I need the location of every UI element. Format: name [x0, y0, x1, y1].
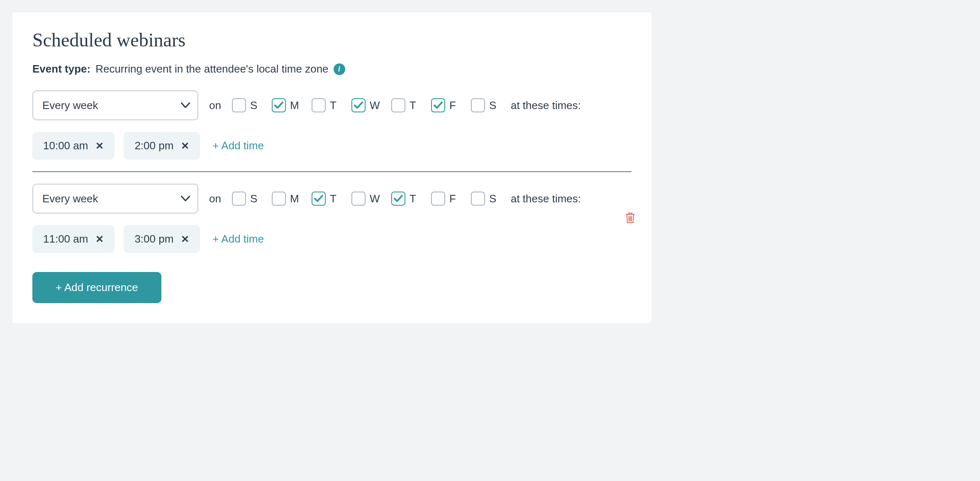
day-label: S	[489, 192, 500, 205]
day-label: F	[449, 99, 460, 112]
times-row: 11:00 am ✕ 3:00 pm ✕ + Add time	[32, 225, 607, 253]
day-checkbox-sat[interactable]	[471, 98, 485, 112]
day-thu: T	[391, 98, 420, 112]
day-fri: F	[431, 98, 460, 112]
add-time-button[interactable]: + Add time	[209, 139, 267, 152]
day-checkbox-thu[interactable]	[391, 98, 405, 112]
recurrence-row: Every week on S M T W	[32, 184, 607, 214]
day-checkbox-wed[interactable]	[351, 192, 366, 206]
day-label: T	[410, 192, 420, 205]
day-mon: M	[272, 192, 301, 206]
day-wed: W	[351, 98, 380, 112]
time-value: 2:00 pm	[134, 139, 173, 152]
event-type-value: Recurring event in the attendee's local …	[95, 63, 328, 75]
recurrence-block: Every week on S M T W	[32, 90, 631, 160]
time-pill[interactable]: 2:00 pm ✕	[124, 132, 200, 160]
day-label: T	[330, 192, 341, 205]
at-times-label: at these times:	[511, 99, 581, 112]
remove-time-icon[interactable]: ✕	[181, 234, 189, 244]
at-times-label: at these times:	[511, 192, 581, 205]
day-checkbox-mon[interactable]	[272, 192, 286, 206]
day-checkbox-mon[interactable]	[272, 98, 286, 112]
day-thu: T	[391, 192, 420, 206]
day-checkbox-sun[interactable]	[232, 98, 246, 112]
time-pill[interactable]: 3:00 pm ✕	[124, 225, 200, 253]
day-sat: S	[471, 98, 500, 112]
day-tue: T	[312, 192, 341, 206]
event-type-row: Event type: Recurring event in the atten…	[32, 63, 631, 75]
day-label: W	[370, 192, 380, 205]
remove-time-icon[interactable]: ✕	[95, 141, 104, 151]
remove-time-icon[interactable]: ✕	[181, 141, 189, 151]
frequency-select-wrapper: Every week	[32, 90, 198, 120]
day-label: S	[250, 192, 261, 205]
trash-icon[interactable]	[625, 211, 636, 226]
info-icon[interactable]: i	[334, 63, 345, 75]
time-value: 11:00 am	[43, 233, 88, 245]
divider	[32, 171, 631, 172]
add-recurrence-button[interactable]: + Add recurrence	[32, 272, 161, 303]
times-row: 10:00 am ✕ 2:00 pm ✕ + Add time	[32, 132, 607, 160]
frequency-select[interactable]: Every week	[32, 184, 198, 214]
day-sat: S	[471, 192, 500, 206]
day-label: W	[370, 99, 380, 112]
recurrence-block: Every week on S M T W	[32, 184, 631, 253]
recurrence-row: Every week on S M T W	[32, 90, 607, 120]
frequency-select[interactable]: Every week	[32, 90, 198, 120]
time-value: 10:00 am	[43, 139, 88, 152]
day-checkbox-thu[interactable]	[391, 192, 405, 206]
add-time-button[interactable]: + Add time	[209, 233, 267, 245]
day-sun: S	[232, 192, 261, 206]
day-checkbox-sun[interactable]	[232, 192, 246, 206]
day-label: F	[449, 192, 460, 205]
day-checkbox-fri[interactable]	[431, 98, 445, 112]
day-label: M	[290, 99, 301, 112]
frequency-select-wrapper: Every week	[32, 184, 198, 214]
day-label: T	[330, 99, 341, 112]
time-value: 3:00 pm	[134, 233, 173, 245]
on-label: on	[209, 99, 221, 112]
day-label: S	[489, 99, 500, 112]
time-pill[interactable]: 11:00 am ✕	[32, 225, 115, 253]
day-label: T	[410, 99, 420, 112]
day-mon: M	[272, 98, 301, 112]
remove-time-icon[interactable]: ✕	[95, 234, 104, 244]
day-checkbox-sat[interactable]	[471, 192, 485, 206]
day-checkbox-tue[interactable]	[312, 192, 326, 206]
day-tue: T	[312, 98, 341, 112]
day-checkbox-fri[interactable]	[431, 192, 445, 206]
day-label: M	[290, 192, 301, 205]
scheduled-webinars-panel: Scheduled webinars Event type: Recurring…	[12, 12, 651, 323]
page-title: Scheduled webinars	[32, 29, 631, 51]
event-type-label: Event type:	[32, 63, 90, 75]
day-checkbox-wed[interactable]	[351, 98, 366, 112]
day-label: S	[250, 99, 261, 112]
time-pill[interactable]: 10:00 am ✕	[32, 132, 115, 160]
day-wed: W	[351, 192, 380, 206]
day-fri: F	[431, 192, 460, 206]
on-label: on	[209, 192, 221, 205]
day-checkbox-tue[interactable]	[312, 98, 326, 112]
day-sun: S	[232, 98, 261, 112]
